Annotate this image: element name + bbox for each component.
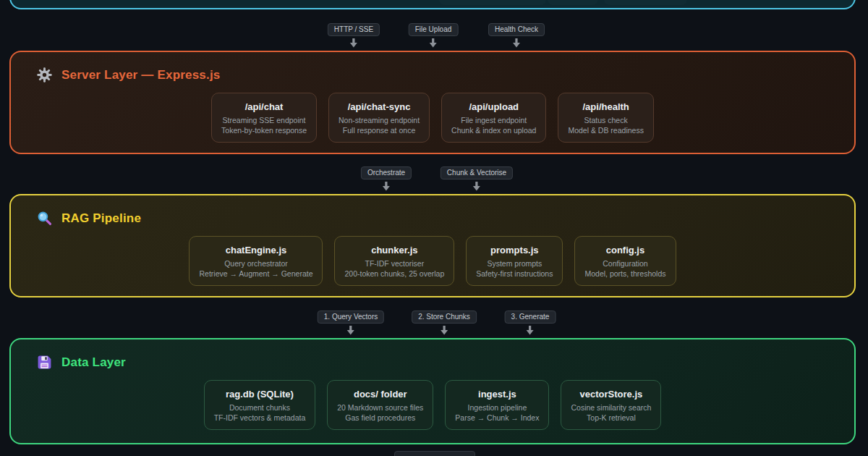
card-title: /api/health bbox=[568, 101, 643, 112]
card-title: prompts.js bbox=[476, 245, 553, 256]
card-line: File ingest endpoint bbox=[451, 115, 536, 125]
edge-label-orchestrate: Orchestrate bbox=[361, 166, 412, 191]
card-title: chunker.js bbox=[344, 245, 444, 256]
edge-label-store-chunks: 2. Store Chunks bbox=[412, 311, 477, 335]
card-line: Token-by-token response bbox=[221, 125, 307, 135]
card-line: Model & DB readiness bbox=[568, 125, 643, 135]
magnifier-icon bbox=[37, 211, 52, 226]
card-line: 200-token chunks, 25 overlap bbox=[344, 269, 444, 279]
card-title: /api/upload bbox=[451, 101, 536, 112]
card-ingest: ingest.js Ingestion pipeline Parse → Chu… bbox=[445, 380, 549, 430]
card-prompts: prompts.js System prompts Safety-first i… bbox=[466, 236, 563, 286]
card-title: docs/ folder bbox=[337, 389, 423, 400]
card-vectorstore: vectorStore.js Cosine similarity search … bbox=[561, 380, 661, 430]
card-line: Non-streaming endpoint bbox=[339, 115, 420, 125]
architecture-diagram: HTTP / SSE File Upload Health Check bbox=[0, 0, 868, 456]
edge-label-file-upload: File Upload bbox=[409, 23, 459, 48]
card-docs-folder: docs/ folder 20 Markdown source files Ga… bbox=[327, 380, 433, 430]
data-cards-row: rag.db (SQLite) Document chunks TF-IDF v… bbox=[11, 380, 854, 430]
gear-icon bbox=[37, 67, 52, 83]
card-line: Gas field procedures bbox=[337, 413, 423, 423]
card-api-upload: /api/upload File ingest endpoint Chunk &… bbox=[441, 93, 546, 143]
edge-label-health-check: Health Check bbox=[488, 23, 545, 48]
card-title: /api/chat bbox=[221, 101, 307, 112]
card-api-health: /api/health Status check Model & DB read… bbox=[558, 93, 653, 143]
card-chatengine: chatEngine.js Query orchestrator Retriev… bbox=[189, 236, 323, 286]
edge-label-query-vectors: 1. Query Vectors bbox=[318, 311, 384, 335]
down-arrow-icon bbox=[512, 38, 521, 48]
rag-pipeline-header: RAG Pipeline bbox=[37, 211, 141, 226]
card-line: Safety-first instructions bbox=[476, 269, 553, 279]
edge-label-pill: Chunk & Vectorise bbox=[441, 166, 513, 180]
card-title: config.js bbox=[584, 245, 665, 256]
card-line: Parse → Chunk → Index bbox=[455, 413, 539, 423]
data-layer-header: Data Layer bbox=[37, 355, 126, 370]
card-line: 20 Markdown source files bbox=[337, 402, 423, 413]
card-title: chatEngine.js bbox=[199, 245, 312, 256]
edge-label-generate: 3. Generate bbox=[505, 311, 556, 335]
data-layer-title: Data Layer bbox=[61, 355, 126, 370]
rag-cards-row: chatEngine.js Query orchestrator Retriev… bbox=[11, 236, 854, 286]
card-api-chat-sync: /api/chat-sync Non-streaming endpoint Fu… bbox=[328, 93, 430, 143]
edge-label-pill: Health Check bbox=[488, 23, 545, 36]
edge-label-pill: File Upload bbox=[409, 23, 459, 36]
card-line: System prompts bbox=[476, 258, 553, 269]
card-line: Streaming SSE endpoint bbox=[221, 115, 307, 125]
card-api-chat: /api/chat Streaming SSE endpoint Token-b… bbox=[211, 93, 317, 143]
card-line: Query orchestrator bbox=[199, 258, 312, 269]
edge-label-pill-clipped bbox=[394, 451, 475, 456]
edge-label-pill: HTTP / SSE bbox=[328, 23, 380, 36]
card-line: Configuration bbox=[584, 258, 665, 269]
down-arrow-icon bbox=[382, 182, 391, 191]
card-chunker: chunker.js TF-IDF vectoriser 200-token c… bbox=[334, 236, 454, 286]
card-line: Status check bbox=[568, 115, 643, 125]
down-arrow-icon bbox=[349, 38, 358, 48]
data-layer-box: Data Layer rag.db (SQLite) Document chun… bbox=[9, 338, 856, 444]
card-ragdb: rag.db (SQLite) Document chunks TF-IDF v… bbox=[204, 380, 316, 430]
down-arrow-icon bbox=[440, 326, 448, 335]
floppy-icon bbox=[37, 355, 52, 370]
down-arrow-icon bbox=[429, 38, 438, 48]
server-layer-title: Server Layer — Express.js bbox=[61, 68, 221, 83]
card-line: TF-IDF vectors & metadata bbox=[214, 413, 306, 423]
client-card-ghost bbox=[548, 0, 598, 5]
server-cards-row: /api/chat Streaming SSE endpoint Token-b… bbox=[11, 93, 854, 143]
card-title: vectorStore.js bbox=[571, 389, 651, 400]
edge-label-pill: 3. Generate bbox=[505, 311, 556, 324]
card-line: Top-K retrieval bbox=[571, 413, 651, 423]
card-line: Model, ports, thresholds bbox=[584, 269, 665, 279]
client-card-ghost bbox=[604, 0, 687, 5]
rag-pipeline-title: RAG Pipeline bbox=[61, 211, 141, 226]
card-line: Retrieve → Augment → Generate bbox=[199, 269, 312, 279]
client-layer-box bbox=[9, 0, 856, 9]
card-title: ingest.js bbox=[455, 389, 539, 400]
card-line: Full response at once bbox=[339, 125, 420, 135]
card-config: config.js Configuration Model, ports, th… bbox=[574, 236, 676, 286]
edge-label-pill: 1. Query Vectors bbox=[318, 311, 384, 324]
server-layer-box: Server Layer — Express.js /api/chat Stre… bbox=[9, 51, 856, 154]
down-arrow-icon bbox=[346, 326, 355, 335]
edge-label-chunk-vectorise: Chunk & Vectorise bbox=[441, 166, 513, 191]
card-line: Document chunks bbox=[214, 402, 306, 413]
card-line: TF-IDF vectoriser bbox=[344, 258, 444, 269]
card-line: Chunk & index on upload bbox=[451, 125, 536, 135]
rag-pipeline-box: RAG Pipeline chatEngine.js Query orchest… bbox=[9, 194, 856, 297]
edge-label-http-sse: HTTP / SSE bbox=[328, 23, 380, 48]
client-card-ghost bbox=[439, 0, 546, 5]
card-line: Ingestion pipeline bbox=[455, 402, 539, 413]
server-layer-header: Server Layer — Express.js bbox=[37, 67, 221, 83]
down-arrow-icon bbox=[472, 182, 481, 191]
card-line: Cosine similarity search bbox=[571, 402, 651, 413]
card-title: /api/chat-sync bbox=[339, 101, 420, 112]
card-title: rag.db (SQLite) bbox=[214, 389, 306, 400]
down-arrow-icon bbox=[526, 326, 535, 335]
edge-label-pill: 2. Store Chunks bbox=[412, 311, 477, 324]
edge-label-pill: Orchestrate bbox=[361, 166, 412, 180]
